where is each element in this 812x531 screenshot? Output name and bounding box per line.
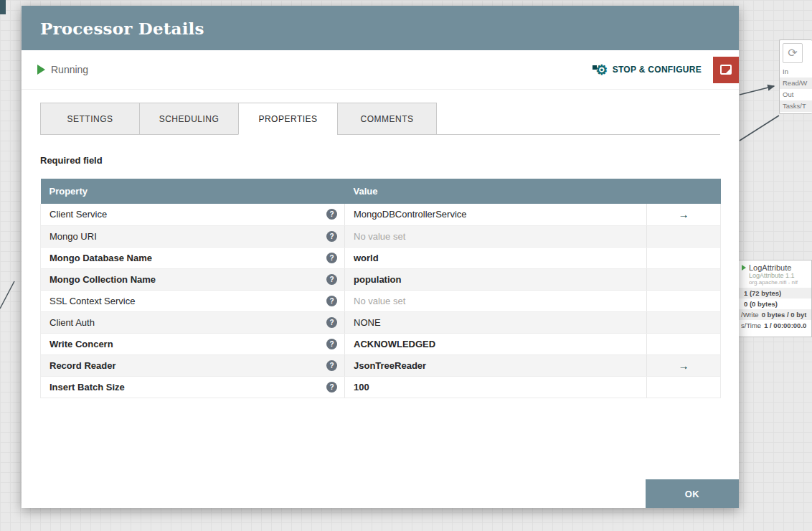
- help-icon[interactable]: ?: [326, 253, 337, 263]
- table-row: Write Concern? ACKNOWLEDGED: [41, 333, 721, 354]
- processor-details-dialog: Processor Details Running ⚙ STOP & CONFI…: [22, 6, 739, 508]
- gear-icon: ⚙: [595, 63, 608, 77]
- status-bar: Running ⚙ STOP & CONFIGURE: [22, 50, 739, 90]
- help-icon[interactable]: ?: [326, 274, 337, 285]
- property-value[interactable]: JsonTreeReader: [345, 354, 647, 376]
- help-icon[interactable]: ?: [326, 231, 337, 242]
- property-value[interactable]: world: [345, 247, 647, 268]
- dialog-title: Processor Details: [40, 19, 204, 38]
- column-header-property: Property: [41, 179, 345, 204]
- canvas-component-fragment: [0, 0, 4, 10]
- status-label: Running: [51, 64, 88, 75]
- help-icon[interactable]: ?: [326, 339, 337, 349]
- sticky-note-icon: [720, 65, 732, 75]
- table-row: Record Reader? JsonTreeReader →: [41, 354, 721, 376]
- property-name: Mongo URI: [49, 231, 97, 242]
- table-row: Mongo URI? No value set: [41, 225, 721, 247]
- stop-and-configure-button[interactable]: ⚙ STOP & CONFIGURE: [595, 63, 702, 77]
- table-row: Mongo Collection Name? population: [41, 268, 721, 290]
- sticky-note-button[interactable]: [713, 57, 739, 83]
- table-row: Client Service? MongoDBControllerService…: [41, 204, 721, 225]
- property-name: SSL Context Service: [49, 296, 135, 306]
- table-row: SSL Context Service? No value set: [41, 290, 721, 311]
- ok-button[interactable]: OK: [646, 479, 739, 508]
- goto-service-icon[interactable]: →: [679, 208, 689, 220]
- property-name: Client Auth: [49, 317, 95, 328]
- property-name: Insert Batch Size: [49, 382, 125, 393]
- help-icon[interactable]: ?: [326, 317, 337, 328]
- logattribute-processor-fragment[interactable]: LogAttribute LogAttribute 1.1 org.apache…: [739, 260, 812, 337]
- properties-table: Property Value Client Service? MongoDBCo…: [40, 179, 721, 398]
- goto-service-icon[interactable]: →: [679, 360, 689, 372]
- property-name: Mongo Database Name: [49, 253, 152, 263]
- tab-scheduling[interactable]: SCHEDULING: [139, 103, 239, 135]
- stat-label-out: Out: [780, 89, 812, 100]
- help-icon[interactable]: ?: [326, 296, 337, 306]
- property-name: Mongo Collection Name: [49, 274, 156, 285]
- tab-comments[interactable]: COMMENTS: [337, 103, 437, 135]
- property-name: Record Reader: [49, 360, 115, 371]
- processor-name: LogAttribute: [749, 263, 791, 272]
- table-row: Insert Batch Size? 100: [41, 376, 721, 398]
- stat-label-read-write: Read/W: [780, 77, 812, 89]
- table-row: Client Auth? NONE: [41, 311, 721, 333]
- running-status-icon: [37, 65, 45, 75]
- stat-row: /Write 0 bytes / 0 byt: [739, 309, 811, 320]
- stat-row: 0 (0 bytes): [739, 299, 811, 309]
- help-icon[interactable]: ?: [326, 209, 337, 220]
- column-header-value: Value: [345, 179, 647, 204]
- property-value[interactable]: population: [345, 268, 647, 290]
- tab-properties[interactable]: PROPERTIES: [238, 103, 338, 135]
- required-field-label: Required field: [40, 155, 720, 166]
- canvas-processor-fragment[interactable]: ⟳ In Read/W Out Tasks/T: [779, 39, 812, 114]
- stat-row: s/Time 1 / 00:00:00.0: [739, 320, 811, 331]
- tab-settings[interactable]: SETTINGS: [40, 103, 140, 135]
- property-value[interactable]: NONE: [345, 311, 647, 333]
- property-value[interactable]: MongoDBControllerService: [345, 204, 647, 225]
- dialog-header: Processor Details: [22, 6, 739, 50]
- running-icon: [742, 265, 746, 271]
- property-value[interactable]: 100: [345, 376, 647, 398]
- property-value[interactable]: No value set: [345, 225, 647, 247]
- stat-label-in: In: [780, 66, 812, 77]
- tab-bar: SETTINGS SCHEDULING PROPERTIES COMMENTS: [40, 103, 720, 135]
- refresh-icon: ⟳: [783, 43, 803, 63]
- help-icon[interactable]: ?: [326, 360, 337, 371]
- stat-label-tasks-time: Tasks/T: [780, 100, 812, 112]
- processor-bundle: org.apache.nifi - nif: [749, 279, 808, 286]
- table-header-row: Property Value: [41, 179, 721, 204]
- stat-row: 1 (72 bytes): [739, 288, 811, 299]
- property-name: Client Service: [49, 209, 107, 220]
- processor-type: LogAttribute 1.1: [749, 272, 808, 279]
- table-row: Mongo Database Name? world: [41, 247, 721, 268]
- property-value[interactable]: No value set: [345, 290, 647, 311]
- property-value[interactable]: ACKNOWLEDGED: [345, 333, 647, 354]
- stop-and-configure-label: STOP & CONFIGURE: [613, 65, 702, 75]
- help-icon[interactable]: ?: [326, 382, 337, 393]
- property-name: Write Concern: [49, 339, 113, 349]
